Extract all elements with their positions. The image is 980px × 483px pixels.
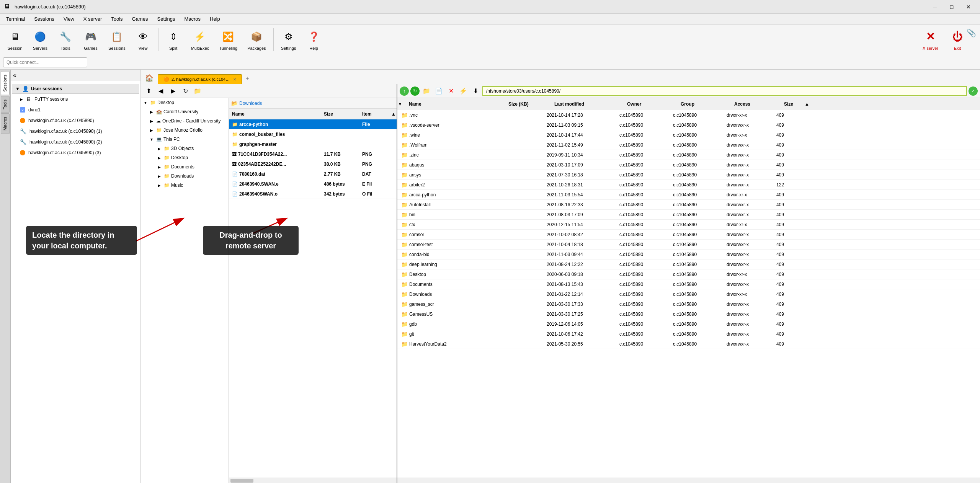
close-button[interactable]: ✕ xyxy=(961,2,976,12)
hawklogin-item-4[interactable]: hawklogin.cf.ac.uk (c.c1045890) (3) xyxy=(12,147,139,158)
tree-thispc[interactable]: ▼ 💻 This PC xyxy=(141,135,229,144)
remote-file-row[interactable]: 📁 AutoInstall 2021-08-16 22:33 c.c104589… xyxy=(397,200,980,210)
remote-col-owner[interactable]: Owner xyxy=(625,101,678,107)
toolbar-xserver[interactable]: ✕ X server xyxy=(918,27,942,52)
toolbar-help[interactable]: ❓ Help xyxy=(302,27,326,52)
remote-file-row[interactable]: 📁 Documents 2021-08-13 15:43 c.c1045890 … xyxy=(397,279,980,289)
local-nav-forward[interactable]: ▶ xyxy=(168,86,178,96)
remote-folder-new[interactable]: 📁 xyxy=(421,86,432,96)
remote-file-row[interactable]: 📁 bin 2021-08-03 17:09 c.c1045890 c.c104… xyxy=(397,210,980,220)
remote-hscrollbar[interactable] xyxy=(397,478,980,483)
menu-xserver[interactable]: X server xyxy=(79,15,106,23)
remote-file-row[interactable]: 📁 conda-bld 2021-11-03 09:44 c.c1045890 … xyxy=(397,250,980,259)
hawklogin-item-2[interactable]: 🔧 hawklogin.cf.ac.uk (c.c1045890) (1) xyxy=(12,126,139,137)
add-tab-button[interactable]: + xyxy=(242,73,253,84)
remote-file-row[interactable]: 📁 .zinc 2019-09-11 10:34 c.c1045890 c.c1… xyxy=(397,150,980,160)
remote-file-row[interactable]: 📁 comsol-test 2021-10-04 18:18 c.c104589… xyxy=(397,240,980,250)
tree-expand-desktop[interactable]: ▼ xyxy=(142,100,149,106)
remote-file-row[interactable]: 📁 ansys 2021-07-30 16:18 c.c1045890 c.c1… xyxy=(397,170,980,180)
collapse-left-icon[interactable]: « xyxy=(13,72,16,79)
remote-col-name[interactable]: Name xyxy=(407,101,506,107)
toolbar-multiexec[interactable]: ⚡ MultiExec xyxy=(187,27,214,52)
home-button[interactable]: 🏠 xyxy=(142,72,156,84)
quickconnect-input[interactable] xyxy=(3,57,87,67)
local-file-row-comsol[interactable]: 📁 comsol_busbar_files xyxy=(229,129,397,139)
remote-new-file[interactable]: 📄 xyxy=(433,86,444,96)
toolbar-settings[interactable]: ⚙ Settings xyxy=(277,27,301,52)
local-file-row-swan-o[interactable]: 📄 20463940SWAN.o 342 bytes O Fil xyxy=(229,189,397,199)
toolbar-split[interactable]: ⇕ Split xyxy=(162,27,185,52)
tree-expand-desktop2[interactable]: ▶ xyxy=(156,155,162,161)
menu-macros[interactable]: Macros xyxy=(180,15,205,23)
tree-expand-onedrive[interactable]: ▶ xyxy=(149,118,155,124)
dvnc1-item[interactable]: V dvnc1 xyxy=(12,104,139,115)
remote-delete[interactable]: ✕ xyxy=(446,86,456,96)
tree-expand-cardiff[interactable]: ▶ xyxy=(149,109,155,115)
macros-side-label[interactable]: Macros xyxy=(1,113,10,134)
tree-onedrive[interactable]: ▶ ☁ OneDrive - Cardiff University xyxy=(141,116,229,126)
remote-col-group[interactable]: Group xyxy=(678,101,732,107)
tree-music[interactable]: ▶ 📁 Music xyxy=(141,181,229,190)
remote-file-row[interactable]: 📁 comsol 2021-10-02 08:42 c.c1045890 c.c… xyxy=(397,230,980,240)
remote-col-modified[interactable]: Last modified xyxy=(552,101,625,107)
toolbar-games[interactable]: 🎮 Games xyxy=(79,27,103,52)
hawklogin-item-1[interactable]: hawklogin.cf.ac.uk (c.c1045890) xyxy=(12,115,139,126)
remote-file-row[interactable]: 📁 arbiter2 2021-10-26 18:31 c.c1045890 c… xyxy=(397,180,980,190)
local-col-item[interactable]: Item xyxy=(361,111,391,117)
tree-expand-music[interactable]: ▶ xyxy=(156,182,162,188)
remote-file-row[interactable]: 📁 gdb 2019-12-06 14:05 c.c1045890 c.c104… xyxy=(397,319,980,329)
local-nav-up[interactable]: ⬆ xyxy=(143,86,154,96)
remote-file-row[interactable]: 📁 .vnc 2021-10-14 17:28 c.c1045890 c.c10… xyxy=(397,110,980,120)
menu-tools[interactable]: Tools xyxy=(106,15,127,23)
hawk-tab-close[interactable]: ✕ xyxy=(233,77,236,82)
tree-expand-thispc[interactable]: ▼ xyxy=(149,136,155,142)
toolbar-packages[interactable]: 📦 Packages xyxy=(243,27,270,52)
local-nav-back[interactable]: ◀ xyxy=(155,86,166,96)
local-hscrollbar[interactable] xyxy=(229,478,397,483)
toolbar-exit[interactable]: ⏻ Exit xyxy=(946,27,969,52)
remote-col-size2[interactable]: Size xyxy=(782,101,805,107)
remote-file-row[interactable]: 📁 .wine 2021-10-14 17:44 c.c1045890 c.c1… xyxy=(397,130,980,140)
tree-downloads[interactable]: ▶ 📁 Downloads xyxy=(141,171,229,181)
toolbar-view[interactable]: 👁 View xyxy=(131,27,155,52)
local-new-folder[interactable]: 📁 xyxy=(192,86,203,96)
remote-file-row[interactable]: 📁 Downloads 2021-01-22 12:14 c.c1045890 … xyxy=(397,289,980,299)
remote-file-row[interactable]: 📁 abaqus 2021-03-10 17:09 c.c1045890 c.c… xyxy=(397,160,980,170)
tree-expand-docs[interactable]: ▶ xyxy=(156,164,162,170)
local-file-row-graphgen[interactable]: 📁 graphgen-master xyxy=(229,139,397,149)
local-col-name[interactable]: Name xyxy=(230,111,322,117)
hawklogin-item-3[interactable]: 🔧 hawklogin.cf.ac.uk (c.c1045890) (2) xyxy=(12,137,139,147)
remote-nav-up[interactable]: ↑ xyxy=(400,86,409,96)
remote-refresh[interactable]: ↻ xyxy=(410,86,420,96)
remote-file-row[interactable]: 📁 GamessUS 2021-03-30 17:25 c.c1045890 c… xyxy=(397,309,980,319)
tree-expand-downloads[interactable]: ▶ xyxy=(156,173,162,179)
menu-help[interactable]: Help xyxy=(205,15,225,23)
tree-jose[interactable]: ▶ 📁 Jose Munoz Criollo xyxy=(141,126,229,135)
attachment-icon[interactable]: 📎 xyxy=(967,28,976,38)
hawk-tab[interactable]: 🟠 2. hawklogin.cf.ac.uk (c.c1045890) ✕ xyxy=(158,74,242,84)
remote-file-row[interactable]: 📁 cfx 2020-12-15 11:54 c.c1045890 c.c104… xyxy=(397,220,980,230)
tools-side-label[interactable]: Tools xyxy=(1,96,10,113)
local-file-row-7080[interactable]: 📄 7080160.dat 2.77 KB DAT xyxy=(229,169,397,179)
menu-view[interactable]: View xyxy=(59,15,79,23)
tree-expand-jose[interactable]: ▶ xyxy=(149,127,155,133)
remote-file-row[interactable]: 📁 arcca-python 2021-11-03 15:54 c.c10458… xyxy=(397,190,980,200)
local-file-row-swan-e[interactable]: 📄 20463940.SWAN.e 486 bytes E Fil xyxy=(229,179,397,189)
remote-file-row[interactable]: 📁 gamess_scr 2021-03-30 17:33 c.c1045890… xyxy=(397,299,980,309)
menu-sessions[interactable]: Sessions xyxy=(29,15,59,23)
user-sessions-header[interactable]: ▼ 👤 User sessions xyxy=(12,84,139,94)
toolbar-sessions[interactable]: 📋 Sessions xyxy=(104,27,130,52)
remote-col-sizekb[interactable]: Size (KB) xyxy=(506,101,552,107)
tree-desktop[interactable]: ▼ 📁 Desktop xyxy=(141,98,229,107)
local-file-row-02354[interactable]: 🖼 02354ABE252242DE... 38.0 KB PNG xyxy=(229,159,397,169)
remote-file-row[interactable]: 📁 Desktop 2020-06-03 09:18 c.c1045890 c.… xyxy=(397,269,980,279)
remote-file-row[interactable]: 📁 HarvestYourData2 2021-05-30 20:55 c.c1… xyxy=(397,339,980,349)
local-refresh[interactable]: ↻ xyxy=(180,86,191,96)
local-file-row-arcca[interactable]: 📁 arcca-python File xyxy=(229,119,397,129)
tree-cardiff[interactable]: ▶ 🏫 Cardiff University xyxy=(141,107,229,116)
maximize-button[interactable]: □ xyxy=(944,2,959,12)
tree-3dobjects[interactable]: ▶ 📁 3D Objects xyxy=(141,144,229,153)
toolbar-servers[interactable]: 🔵 Servers xyxy=(28,27,52,52)
toolbar-tunneling[interactable]: 🔀 Tunneling xyxy=(215,27,242,52)
remote-file-row[interactable]: 📁 .Wolfram 2021-11-02 15:49 c.c1045890 c… xyxy=(397,140,980,150)
